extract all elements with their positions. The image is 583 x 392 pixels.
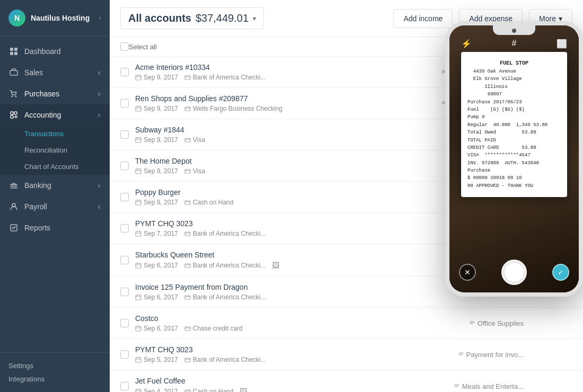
sidebar-header[interactable]: N Nautilus Hosting › — [0, 0, 110, 37]
receipt-line: Purchase — [467, 167, 561, 174]
tx-category: Meals and Enterta... — [454, 382, 524, 390]
account-title: All accounts — [128, 12, 191, 24]
svg-rect-1 — [14, 48, 17, 51]
sidebar-settings[interactable]: Settings — [8, 359, 101, 372]
svg-point-6 — [15, 96, 17, 97]
sidebar-item-purchases[interactable]: Purchases ∨ — [0, 83, 110, 104]
sidebar-nav: Dashboard Sales ∨ Purchases — [0, 37, 110, 352]
tx-checkbox[interactable] — [120, 130, 129, 139]
crop-icon[interactable]: ⬜ — [554, 36, 569, 51]
flash-icon[interactable]: ⚡ — [459, 36, 474, 51]
tx-date: Sep 8, 2017 — [135, 199, 178, 206]
receipt-line: Total Owed 53.80 — [467, 129, 561, 136]
svg-rect-28 — [136, 326, 141, 331]
sales-icon — [8, 67, 19, 78]
select-all-checkbox[interactable] — [120, 42, 129, 51]
tx-info: PYMT CHQ 3023 Sep 5, 2017 Bank of Americ… — [135, 345, 452, 363]
accounting-chevron-icon: ∧ — [97, 112, 101, 119]
tx-meta: Sep 7, 2017 Bank of America Checki... — [135, 230, 452, 237]
tx-meta: Sep 9, 2017 Wells Fargo Business Checkin… — [135, 105, 435, 112]
tx-meta: Sep 6, 2017 Chase credit card — [135, 325, 463, 332]
sidebar-item-dashboard[interactable]: Dashboard — [0, 41, 110, 62]
tx-checkbox[interactable] — [120, 288, 129, 296]
svg-rect-2 — [10, 52, 13, 55]
tx-account: Cash on Hand — [184, 388, 234, 392]
sidebar-integrations[interactable]: Integrations — [8, 372, 101, 386]
tx-info: Acme Interiors #10334 Sep 9, 2017 Bank o… — [135, 63, 435, 81]
sidebar-item-chart-of-accounts[interactable]: Chart of Accounts — [0, 158, 110, 175]
account-selector[interactable]: All accounts $37,449.01 ▾ — [120, 7, 264, 29]
tx-checkbox[interactable] — [120, 224, 129, 233]
grid-icon[interactable]: # — [507, 36, 522, 51]
tx-info: Costco Sep 6, 2017 Chase credit card — [135, 314, 463, 332]
table-row[interactable]: PYMT CHQ 3023 Sep 5, 2017 Bank of Americ… — [110, 339, 583, 370]
tx-date: Sep 5, 2017 — [135, 356, 178, 363]
tx-checkbox[interactable] — [120, 319, 129, 327]
sidebar-item-transactions[interactable]: Transactions — [0, 126, 110, 142]
main-content: All accounts $37,449.01 ▾ Add income Add… — [110, 0, 583, 392]
tx-date: Sep 4, 2017 — [135, 388, 178, 392]
table-row[interactable]: Jet Fuel Coffee Sep 4, 2017 Cash on Hand… — [110, 370, 583, 392]
tx-checkbox[interactable] — [120, 193, 129, 201]
phone-cancel-button[interactable]: ✕ — [459, 264, 476, 281]
receipt-lines: 4430 Oak Avenue Elk Grove Village Illino… — [467, 68, 561, 190]
svg-rect-13 — [185, 76, 190, 79]
tx-info: Subway #1844 Sep 9, 2017 Visa — [135, 126, 456, 144]
phone-capture-button[interactable] — [501, 260, 527, 285]
sidebar-item-reports[interactable]: Reports — [0, 217, 110, 238]
category-icon — [454, 382, 460, 390]
tx-checkbox[interactable] — [120, 99, 129, 108]
image-icon: 🖼 — [272, 261, 279, 270]
sidebar-item-reconciliation[interactable]: Reconciliation — [0, 142, 110, 158]
sidebar-footer: Settings Integrations — [0, 352, 110, 392]
svg-rect-24 — [136, 263, 141, 268]
company-name: Nautilus Hosting — [31, 14, 99, 22]
svg-rect-26 — [136, 295, 141, 300]
image-icon: 🖼 — [240, 387, 247, 392]
tx-checkbox[interactable] — [120, 68, 129, 76]
accounting-icon — [8, 110, 19, 120]
tx-account: Bank of America Checki... — [184, 74, 266, 81]
svg-rect-14 — [136, 106, 141, 111]
capture-button-inner — [505, 263, 524, 282]
tx-name: Acme Interiors #10334 — [135, 63, 435, 72]
tx-account: Bank of America Checki... — [184, 230, 266, 237]
tx-account: Bank of America Checki... — [184, 356, 266, 363]
receipt-line: Fuel (G) ($G) ($) — [467, 106, 561, 113]
tx-meta: Sep 6, 2017 Bank of America Checki... — [135, 293, 452, 301]
receipt-line: Regular 40.000 1,345 53.80 — [467, 121, 561, 129]
sidebar-item-accounting[interactable]: Accounting ∧ — [0, 104, 110, 126]
tx-date: Sep 6, 2017 — [135, 325, 178, 332]
phone-confirm-button[interactable]: ✓ — [552, 264, 569, 281]
svg-rect-29 — [185, 327, 190, 331]
receipt-title: FUEL STOP — [467, 59, 561, 68]
sales-chevron-icon: ∨ — [97, 69, 101, 76]
account-dropdown-icon: ▾ — [253, 15, 256, 22]
tx-checkbox[interactable] — [120, 350, 129, 359]
tx-meta: Sep 4, 2017 Cash on Hand 🖼 — [135, 387, 447, 392]
category-icon — [458, 351, 464, 359]
phone-viewfinder: ⚡ # ⬜ FUEL STOP 4430 Oak Avenue Elk Grov… — [449, 25, 579, 292]
svg-rect-7 — [11, 112, 13, 114]
tx-date: Sep 9, 2017 — [135, 105, 178, 112]
receipt-line: INV. 972888 AUTH. 543948 — [467, 159, 561, 167]
receipt-line: 00 APPROVED - THANK YOU — [467, 182, 561, 190]
receipt-line: $ 00000 10010 00 10 — [467, 174, 561, 182]
svg-rect-0 — [10, 48, 13, 51]
tx-info: Ren Shops and Supplies #209877 Sep 9, 20… — [135, 94, 435, 112]
sidebar-item-payroll[interactable]: Payroll ∨ — [0, 196, 110, 217]
tx-info: Invoice 125 Payment from Dragon Sep 6, 2… — [135, 283, 452, 301]
tx-checkbox[interactable] — [120, 162, 129, 170]
svg-rect-19 — [185, 170, 190, 173]
sidebar-item-label-dashboard: Dashboard — [24, 47, 101, 56]
svg-rect-8 — [14, 112, 17, 114]
sidebar-item-sales[interactable]: Sales ∨ — [0, 62, 110, 83]
tx-checkbox[interactable] — [120, 382, 129, 390]
svg-rect-20 — [136, 200, 141, 205]
tx-date: Sep 7, 2017 — [135, 230, 178, 237]
tx-account: Chase credit card — [184, 325, 243, 332]
sidebar-item-banking[interactable]: Banking ∨ — [0, 175, 110, 196]
tx-checkbox[interactable] — [120, 256, 129, 264]
tx-info: Starbucks Queen Street Sep 6, 2017 Bank … — [135, 251, 448, 270]
phone-screen: ⚡ # ⬜ FUEL STOP 4430 Oak Avenue Elk Grov… — [449, 25, 579, 292]
